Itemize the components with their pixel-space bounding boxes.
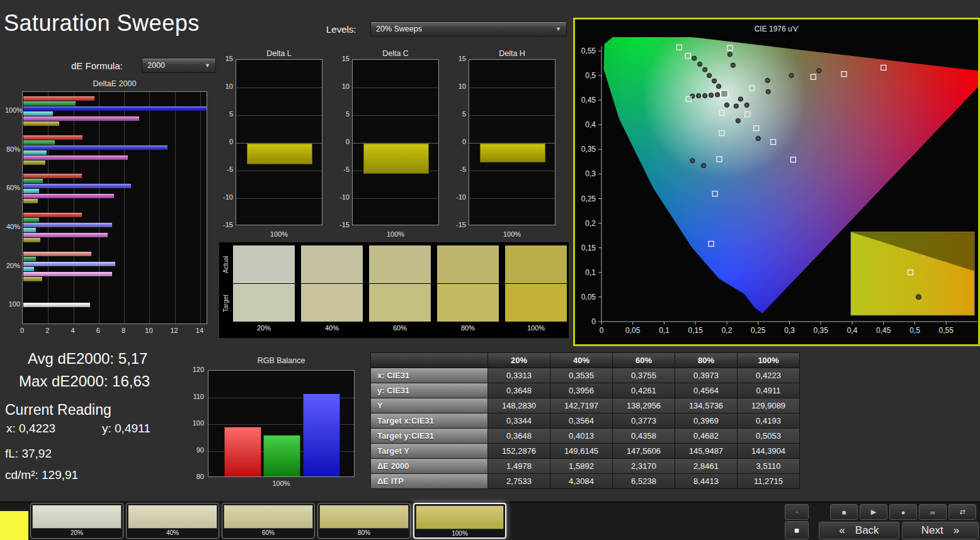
pattern-level-label: 20% bbox=[32, 529, 122, 537]
svg-text:0,4: 0,4 bbox=[585, 120, 596, 129]
y-tick-label: 0 bbox=[452, 138, 466, 145]
x-axis-label: 100% bbox=[208, 480, 355, 487]
x-axis-label: 100% bbox=[236, 230, 322, 238]
table-cell: 0,3564 bbox=[550, 413, 613, 429]
levels-dropdown[interactable]: 20% Sweeps ▼ bbox=[370, 21, 567, 37]
table-row-label: ΔE 2000 bbox=[371, 459, 488, 474]
deltae-bar bbox=[23, 252, 91, 256]
table-cell: 3,5110 bbox=[738, 459, 800, 474]
y-tick-label: 80 bbox=[181, 473, 204, 480]
gridline bbox=[469, 171, 555, 171]
svg-text:0,35: 0,35 bbox=[814, 326, 829, 335]
delta-bar bbox=[363, 143, 429, 174]
table-cell: 0,4261 bbox=[613, 383, 675, 398]
gridline bbox=[149, 92, 150, 323]
pattern-level-button-60%[interactable]: 60% bbox=[222, 503, 315, 539]
swatch-columns: 20%40%60%80%100% bbox=[233, 245, 567, 332]
measured-point bbox=[698, 62, 702, 66]
chart-title: RGB Balance bbox=[208, 356, 355, 365]
measured-point bbox=[712, 79, 717, 83]
pattern-level-label: 60% bbox=[224, 529, 313, 537]
gridline bbox=[353, 115, 438, 116]
table-cell: 0,3344 bbox=[488, 413, 550, 429]
table-row-label: ΔE ITP bbox=[371, 474, 488, 489]
y-tick-label: 15 bbox=[452, 55, 466, 62]
swatch-column: 20% bbox=[233, 245, 295, 332]
current-reading-heading: Current Reading bbox=[5, 402, 111, 419]
pattern-level-button-80%[interactable]: 80% bbox=[317, 503, 411, 539]
loop-button[interactable]: ∞ bbox=[919, 504, 947, 520]
back-button[interactable]: « Back bbox=[819, 522, 899, 539]
y-tick-label: -5 bbox=[336, 166, 350, 173]
svg-text:0,05: 0,05 bbox=[625, 326, 641, 335]
measured-point bbox=[707, 73, 712, 77]
y-tick-label: 5 bbox=[219, 110, 233, 118]
active-color-swatch bbox=[0, 511, 28, 540]
next-button[interactable]: Next » bbox=[902, 522, 979, 539]
cie-chart-body: 000,050,050,10,10,150,150,20,20,250,250,… bbox=[575, 37, 978, 340]
measured-point bbox=[744, 103, 749, 107]
current-fl-value: fL: 37,92 bbox=[5, 447, 52, 461]
measured-point bbox=[727, 52, 732, 57]
y-tick-label: 100 bbox=[5, 300, 20, 308]
table-row-label: y: CIE31 bbox=[371, 383, 488, 398]
record-button[interactable]: ● bbox=[889, 504, 917, 520]
gridline bbox=[469, 87, 555, 88]
stop-button[interactable]: ■ bbox=[830, 504, 858, 520]
inset-measured-point bbox=[916, 295, 921, 300]
pattern-level-button-40%[interactable]: 40% bbox=[126, 503, 219, 539]
svg-text:0,55: 0,55 bbox=[939, 326, 954, 335]
table-cell: 1,5892 bbox=[550, 459, 613, 474]
deltae-bar bbox=[23, 135, 83, 140]
table-cell: 142,7197 bbox=[550, 398, 613, 413]
deltae-bar bbox=[23, 199, 38, 203]
pattern-display-button[interactable]: ■ bbox=[785, 521, 809, 539]
svg-text:0,1: 0,1 bbox=[659, 326, 669, 335]
shuffle-button[interactable]: ⇄ bbox=[949, 504, 976, 520]
y-tick-label: 90 bbox=[181, 446, 204, 454]
pattern-level-button-20%[interactable]: 20% bbox=[30, 503, 123, 539]
swatch-column: 60% bbox=[369, 245, 431, 332]
table-cell: 0,3755 bbox=[613, 368, 675, 383]
y-tick-label: 120 bbox=[181, 366, 204, 373]
x-tick-label: 2 bbox=[40, 327, 55, 334]
swatch-column: 40% bbox=[301, 245, 363, 332]
table-cell: 0,3973 bbox=[675, 368, 738, 383]
y-tick-label: 40% bbox=[5, 223, 20, 230]
y-tick-label: -15 bbox=[452, 221, 466, 228]
de-formula-dropdown[interactable]: 2000 ▼ bbox=[142, 58, 216, 73]
play-button[interactable]: ▶ bbox=[860, 504, 887, 520]
svg-text:0,3: 0,3 bbox=[784, 326, 795, 335]
table-header-cell: 20% bbox=[488, 353, 550, 368]
cie-chart-title: CIE 1976 u'v' bbox=[575, 25, 978, 33]
current-y-value: y: 0,4911 bbox=[102, 422, 151, 436]
pattern-window-toggle-button[interactable]: ▫ bbox=[785, 504, 809, 520]
pattern-level-button-100%[interactable]: 100% bbox=[413, 503, 506, 539]
deltae-bar bbox=[23, 150, 47, 155]
y-tick-label: 10 bbox=[219, 82, 233, 90]
gridline bbox=[469, 115, 555, 116]
x-tick-label: 10 bbox=[141, 327, 156, 334]
y-tick-label: -15 bbox=[219, 221, 233, 228]
table-row-label: x: CIE31 bbox=[371, 368, 488, 383]
table-cell: 0,3535 bbox=[550, 368, 613, 383]
swatch-column: 100% bbox=[505, 245, 567, 332]
table-cell: 1,4978 bbox=[488, 459, 550, 474]
table-cell: 0,4564 bbox=[675, 383, 738, 398]
delta-bar bbox=[480, 143, 545, 162]
swatch-level-label: 80% bbox=[437, 324, 499, 332]
gridline bbox=[99, 92, 100, 323]
de-formula-label: dE Formula: bbox=[71, 60, 123, 71]
gridline bbox=[74, 92, 74, 323]
table-cell: 11,2715 bbox=[738, 474, 800, 489]
y-tick-label: -5 bbox=[452, 166, 466, 173]
measured-point bbox=[690, 159, 695, 163]
swatch-level-label: 40% bbox=[301, 324, 363, 332]
y-tick-label: 5 bbox=[452, 110, 466, 118]
svg-text:0,15: 0,15 bbox=[688, 326, 704, 335]
svg-text:0,25: 0,25 bbox=[751, 326, 766, 335]
chart-title: Delta L bbox=[236, 49, 322, 58]
deltae-bar bbox=[23, 228, 36, 232]
next-label: Next bbox=[921, 524, 943, 537]
measured-point bbox=[717, 84, 721, 89]
